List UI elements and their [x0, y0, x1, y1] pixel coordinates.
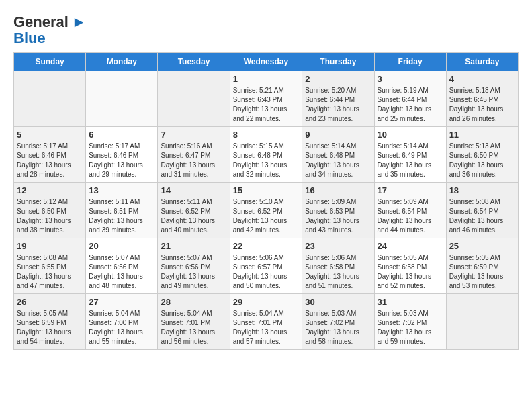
day-info: Sunrise: 5:08 AM Sunset: 6:55 PM Dayligh…: [17, 253, 83, 291]
calendar-cell: 29Sunrise: 5:04 AM Sunset: 7:01 PM Dayli…: [230, 294, 302, 350]
day-info: Sunrise: 5:05 AM Sunset: 6:59 PM Dayligh…: [449, 253, 515, 291]
calendar-cell: 23Sunrise: 5:06 AM Sunset: 6:58 PM Dayli…: [302, 238, 374, 294]
day-number: 12: [17, 185, 83, 195]
calendar-cell: 28Sunrise: 5:04 AM Sunset: 7:01 PM Dayli…: [158, 294, 230, 350]
calendar-day-header: Thursday: [302, 53, 374, 71]
day-info: Sunrise: 5:05 AM Sunset: 6:59 PM Dayligh…: [17, 309, 83, 347]
calendar-week-row: 5Sunrise: 5:17 AM Sunset: 6:46 PM Daylig…: [14, 127, 519, 183]
calendar-cell: 14Sunrise: 5:11 AM Sunset: 6:52 PM Dayli…: [158, 183, 230, 238]
calendar-cell: 19Sunrise: 5:08 AM Sunset: 6:55 PM Dayli…: [14, 238, 86, 294]
calendar-cell: 2Sunrise: 5:20 AM Sunset: 6:44 PM Daylig…: [302, 71, 374, 127]
day-number: 22: [233, 241, 300, 251]
calendar-cell: 30Sunrise: 5:03 AM Sunset: 7:02 PM Dayli…: [302, 294, 374, 350]
day-number: 19: [17, 241, 83, 251]
calendar-header-row: SundayMondayTuesdayWednesdayThursdayFrid…: [14, 53, 519, 71]
calendar-cell: [86, 71, 158, 127]
calendar-cell: 21Sunrise: 5:07 AM Sunset: 6:56 PM Dayli…: [158, 238, 230, 294]
day-number: 24: [378, 241, 443, 251]
calendar-cell: 13Sunrise: 5:11 AM Sunset: 6:51 PM Dayli…: [86, 183, 158, 238]
day-info: Sunrise: 5:05 AM Sunset: 6:58 PM Dayligh…: [378, 253, 443, 291]
day-number: 31: [378, 297, 443, 307]
day-info: Sunrise: 5:06 AM Sunset: 6:58 PM Dayligh…: [305, 253, 371, 291]
calendar-day-header: Sunday: [14, 53, 86, 71]
day-info: Sunrise: 5:13 AM Sunset: 6:50 PM Dayligh…: [449, 142, 515, 179]
calendar-cell: 31Sunrise: 5:03 AM Sunset: 7:02 PM Dayli…: [374, 294, 446, 350]
calendar-cell: 8Sunrise: 5:15 AM Sunset: 6:48 PM Daylig…: [230, 127, 302, 183]
day-info: Sunrise: 5:07 AM Sunset: 6:56 PM Dayligh…: [161, 253, 226, 291]
calendar-week-row: 26Sunrise: 5:05 AM Sunset: 6:59 PM Dayli…: [14, 294, 519, 350]
calendar-cell: 20Sunrise: 5:07 AM Sunset: 6:56 PM Dayli…: [86, 238, 158, 294]
day-number: 30: [305, 297, 371, 307]
calendar-cell: [14, 71, 86, 127]
calendar-cell: 12Sunrise: 5:12 AM Sunset: 6:50 PM Dayli…: [14, 183, 86, 238]
calendar-week-row: 12Sunrise: 5:12 AM Sunset: 6:50 PM Dayli…: [14, 183, 519, 238]
day-info: Sunrise: 5:10 AM Sunset: 6:52 PM Dayligh…: [233, 197, 300, 235]
day-number: 9: [305, 130, 371, 140]
day-info: Sunrise: 5:04 AM Sunset: 7:00 PM Dayligh…: [89, 309, 154, 347]
day-number: 25: [449, 241, 515, 251]
day-number: 1: [233, 74, 300, 84]
calendar-cell: 4Sunrise: 5:18 AM Sunset: 6:45 PM Daylig…: [446, 71, 518, 127]
day-number: 29: [233, 297, 300, 307]
day-info: Sunrise: 5:14 AM Sunset: 6:48 PM Dayligh…: [305, 142, 371, 179]
day-number: 27: [89, 297, 154, 307]
calendar-day-header: Tuesday: [158, 53, 230, 71]
day-number: 21: [161, 241, 226, 251]
day-info: Sunrise: 5:08 AM Sunset: 6:54 PM Dayligh…: [449, 197, 515, 235]
day-number: 3: [378, 74, 443, 84]
calendar-cell: 24Sunrise: 5:05 AM Sunset: 6:58 PM Dayli…: [374, 238, 446, 294]
day-info: Sunrise: 5:21 AM Sunset: 6:43 PM Dayligh…: [233, 86, 300, 124]
day-info: Sunrise: 5:11 AM Sunset: 6:52 PM Dayligh…: [161, 197, 226, 235]
calendar-cell: [446, 294, 518, 350]
logo-general-text: General: [13, 13, 69, 30]
day-number: 11: [449, 130, 515, 140]
day-info: Sunrise: 5:09 AM Sunset: 6:54 PM Dayligh…: [378, 197, 443, 235]
day-number: 6: [89, 130, 154, 140]
calendar-cell: 16Sunrise: 5:09 AM Sunset: 6:53 PM Dayli…: [302, 183, 374, 238]
calendar-cell: 10Sunrise: 5:14 AM Sunset: 6:49 PM Dayli…: [374, 127, 446, 183]
day-info: Sunrise: 5:19 AM Sunset: 6:44 PM Dayligh…: [378, 86, 443, 124]
day-number: 18: [449, 185, 515, 195]
day-number: 15: [233, 185, 300, 195]
calendar-cell: 9Sunrise: 5:14 AM Sunset: 6:48 PM Daylig…: [302, 127, 374, 183]
calendar-table: SundayMondayTuesdayWednesdayThursdayFrid…: [13, 52, 519, 350]
day-number: 16: [305, 185, 371, 195]
calendar-cell: 15Sunrise: 5:10 AM Sunset: 6:52 PM Dayli…: [230, 183, 302, 238]
day-number: 5: [17, 130, 83, 140]
day-number: 8: [233, 130, 300, 140]
day-number: 17: [378, 185, 443, 195]
calendar-cell: [158, 71, 230, 127]
day-info: Sunrise: 5:03 AM Sunset: 7:02 PM Dayligh…: [305, 309, 371, 347]
calendar-day-header: Monday: [86, 53, 158, 71]
calendar-cell: 7Sunrise: 5:16 AM Sunset: 6:47 PM Daylig…: [158, 127, 230, 183]
day-info: Sunrise: 5:17 AM Sunset: 6:46 PM Dayligh…: [17, 142, 83, 179]
day-number: 4: [449, 74, 515, 84]
day-number: 10: [378, 130, 443, 140]
calendar-day-header: Saturday: [446, 53, 518, 71]
day-number: 26: [17, 297, 83, 307]
calendar-cell: 26Sunrise: 5:05 AM Sunset: 6:59 PM Dayli…: [14, 294, 86, 350]
day-info: Sunrise: 5:04 AM Sunset: 7:01 PM Dayligh…: [161, 309, 226, 347]
calendar-week-row: 1Sunrise: 5:21 AM Sunset: 6:43 PM Daylig…: [14, 71, 519, 127]
calendar-day-header: Wednesday: [230, 53, 302, 71]
calendar-cell: 11Sunrise: 5:13 AM Sunset: 6:50 PM Dayli…: [446, 127, 518, 183]
day-info: Sunrise: 5:15 AM Sunset: 6:48 PM Dayligh…: [233, 142, 300, 179]
day-info: Sunrise: 5:14 AM Sunset: 6:49 PM Dayligh…: [378, 142, 443, 179]
calendar-cell: 1Sunrise: 5:21 AM Sunset: 6:43 PM Daylig…: [230, 71, 302, 127]
day-info: Sunrise: 5:12 AM Sunset: 6:50 PM Dayligh…: [17, 197, 83, 235]
logo-bird-icon: ►: [71, 13, 86, 30]
day-info: Sunrise: 5:17 AM Sunset: 6:46 PM Dayligh…: [89, 142, 154, 179]
logo: General ► Blue: [13, 13, 86, 46]
calendar-header: SundayMondayTuesdayWednesdayThursdayFrid…: [14, 53, 519, 71]
calendar-week-row: 19Sunrise: 5:08 AM Sunset: 6:55 PM Dayli…: [14, 238, 519, 294]
calendar-cell: 22Sunrise: 5:06 AM Sunset: 6:57 PM Dayli…: [230, 238, 302, 294]
day-info: Sunrise: 5:20 AM Sunset: 6:44 PM Dayligh…: [305, 86, 371, 124]
calendar-body: 1Sunrise: 5:21 AM Sunset: 6:43 PM Daylig…: [14, 71, 519, 350]
calendar-cell: 25Sunrise: 5:05 AM Sunset: 6:59 PM Dayli…: [446, 238, 518, 294]
day-info: Sunrise: 5:07 AM Sunset: 6:56 PM Dayligh…: [89, 253, 154, 291]
logo-blue-text: Blue: [13, 31, 46, 46]
day-info: Sunrise: 5:04 AM Sunset: 7:01 PM Dayligh…: [233, 309, 300, 347]
day-info: Sunrise: 5:18 AM Sunset: 6:45 PM Dayligh…: [449, 86, 515, 124]
day-number: 13: [89, 185, 154, 195]
day-number: 14: [161, 185, 226, 195]
